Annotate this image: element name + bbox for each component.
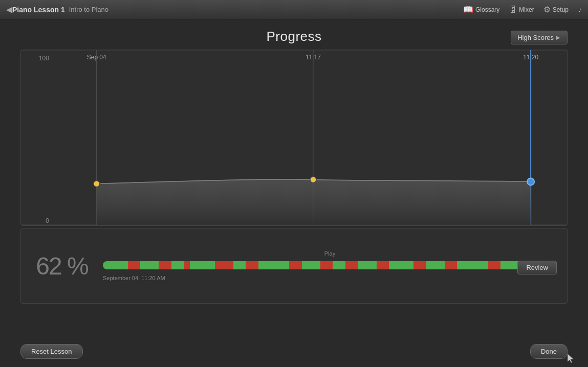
score-value: 62 bbox=[36, 253, 61, 280]
glossary-icon: 📖 bbox=[463, 5, 473, 14]
progress-segment bbox=[500, 261, 519, 269]
setup-label: Setup bbox=[553, 6, 569, 13]
back-button[interactable]: ◀ bbox=[6, 5, 12, 14]
data-point-2 bbox=[310, 177, 316, 183]
progress-segment bbox=[445, 261, 457, 269]
progress-segment bbox=[258, 261, 290, 269]
progress-segment bbox=[377, 261, 389, 269]
svg-text:11:20: 11:20 bbox=[523, 54, 538, 61]
progress-segment bbox=[184, 261, 190, 269]
svg-text:11:17: 11:17 bbox=[306, 54, 321, 61]
lesson-subtitle: Intro to Piano bbox=[69, 6, 108, 13]
date-label: September 04, 11:20 AM bbox=[103, 275, 557, 281]
glossary-button[interactable]: 📖 Glossary bbox=[463, 5, 499, 14]
svg-text:Sep 04: Sep 04 bbox=[87, 54, 106, 61]
progress-segment bbox=[389, 261, 414, 269]
mixer-icon: 🎛 bbox=[509, 5, 517, 14]
progress-chart: 100 0 Sep 04 11:17 11:20 bbox=[20, 50, 568, 226]
chart-svg: 100 0 Sep 04 11:17 11:20 bbox=[21, 50, 567, 225]
back-arrow-icon: ◀ bbox=[6, 5, 12, 14]
page-title: Progress bbox=[20, 29, 568, 44]
music-note-icon: ♪ bbox=[578, 5, 582, 14]
progress-bar-container bbox=[103, 260, 557, 271]
progress-segment bbox=[302, 261, 320, 269]
reset-lesson-button[interactable]: Reset Lesson bbox=[20, 344, 83, 359]
play-section: Play September 04, 11:20 AM bbox=[103, 250, 557, 281]
progress-segment bbox=[246, 261, 258, 269]
setup-button[interactable]: ⚙ Setup bbox=[543, 5, 569, 14]
setup-icon: ⚙ bbox=[543, 5, 551, 14]
progress-segment bbox=[289, 261, 301, 269]
mixer-label: Mixer bbox=[519, 6, 534, 13]
progress-segment bbox=[426, 261, 445, 269]
progress-segment bbox=[345, 261, 358, 269]
mixer-button[interactable]: 🎛 Mixer bbox=[509, 5, 534, 14]
svg-text:0: 0 bbox=[46, 217, 49, 224]
progress-segment bbox=[333, 261, 345, 269]
progress-segment bbox=[103, 261, 128, 269]
progress-segment bbox=[358, 261, 376, 269]
progress-segment bbox=[215, 261, 233, 269]
high-scores-label: High Scores bbox=[517, 34, 554, 41]
progress-segment bbox=[159, 261, 171, 269]
progress-segment bbox=[413, 261, 426, 269]
lesson-title: Piano Lesson 1 bbox=[12, 6, 65, 14]
progress-bar bbox=[103, 261, 557, 269]
progress-segment bbox=[457, 261, 488, 269]
done-button[interactable]: Done bbox=[530, 344, 568, 359]
topbar-right: 📖 Glossary 🎛 Mixer ⚙ Setup ♪ bbox=[463, 5, 582, 14]
high-scores-button[interactable]: High Scores bbox=[511, 31, 568, 44]
svg-text:100: 100 bbox=[39, 55, 49, 62]
play-label: Play bbox=[103, 250, 557, 257]
progress-segment bbox=[488, 261, 500, 269]
review-button[interactable]: Review bbox=[517, 261, 557, 274]
topbar: ◀ Piano Lesson 1 Intro to Piano 📖 Glossa… bbox=[0, 0, 588, 19]
bottom-bar: Reset Lesson Done bbox=[0, 344, 588, 359]
data-point-1 bbox=[94, 181, 100, 187]
progress-segment bbox=[128, 261, 140, 269]
bottom-panel: 62 % Play September 04, 11:20 AM Review bbox=[20, 228, 568, 304]
progress-segment bbox=[190, 261, 215, 269]
main-content: Progress High Scores 100 0 Sep 04 11:17 … bbox=[0, 19, 588, 309]
music-icon-button[interactable]: ♪ bbox=[578, 5, 582, 14]
progress-segment bbox=[140, 261, 159, 269]
progress-segment bbox=[171, 261, 184, 269]
progress-segment bbox=[320, 261, 333, 269]
progress-segment bbox=[233, 261, 246, 269]
glossary-label: Glossary bbox=[475, 6, 499, 13]
score-display: 62 % bbox=[31, 252, 93, 280]
data-point-3 bbox=[527, 178, 534, 186]
score-suffix: % bbox=[61, 253, 88, 280]
